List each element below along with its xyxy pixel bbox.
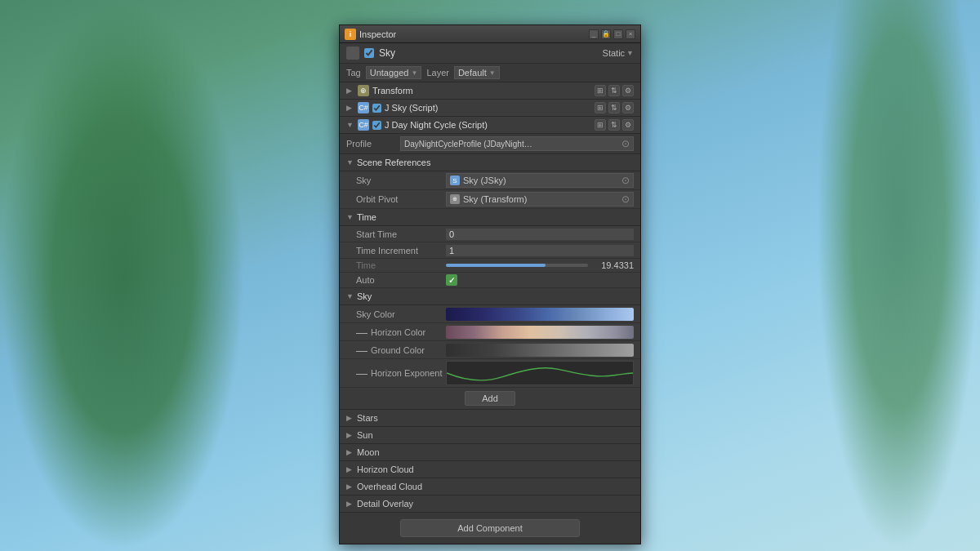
inspector-window: i Inspector _ 🔒 □ × Sky Static ▼ Tag Unt… [339, 24, 641, 544]
object-name: Sky [379, 47, 598, 59]
tag-value: Untagged [370, 68, 409, 78]
jsky-settings-1[interactable]: ⊞ [595, 102, 606, 113]
transform-settings-2[interactable]: ⇅ [608, 85, 620, 96]
maximize-button[interactable]: □ [613, 29, 623, 39]
horizon-cloud-title: Horizon Cloud [357, 464, 414, 474]
transform-settings-3[interactable]: ⚙ [622, 85, 634, 96]
close-button[interactable]: × [626, 29, 635, 39]
sun-arrow: ▶ [346, 431, 352, 439]
profile-row: Profile DayNightCycleProfile (JDayNightC… [340, 134, 640, 154]
tag-dropdown-icon: ▼ [411, 69, 417, 77]
stars-title: Stars [357, 413, 378, 423]
sky-section-header[interactable]: ▼ Sky [340, 288, 640, 305]
object-active-checkbox[interactable] [364, 48, 374, 58]
sky-color-bar[interactable] [446, 308, 634, 321]
overhead-cloud-arrow: ▶ [346, 482, 352, 491]
start-time-label: Start Time [356, 229, 446, 239]
sky-section-title: Sky [357, 291, 372, 301]
static-dropdown-arrow[interactable]: ▼ [626, 49, 634, 57]
add-button[interactable]: Add [465, 391, 515, 406]
sky-ref-input[interactable]: S Sky (JSky) ⊙ [446, 173, 634, 188]
orbit-ref-select[interactable]: ⊙ [621, 193, 630, 205]
tag-dropdown[interactable]: Untagged ▼ [366, 66, 422, 79]
time-slider-track[interactable] [446, 264, 588, 267]
jdnc-component-row[interactable]: ▼ C# J Day Night Cycle (Script) ⊞ ⇅ ⚙ [340, 117, 640, 134]
start-time-input[interactable] [446, 229, 634, 240]
time-section-arrow: ▼ [346, 213, 354, 221]
object-header: Sky Static ▼ [340, 43, 640, 64]
horizon-color-label: Horizon Color [371, 327, 425, 337]
auto-checkmark[interactable]: ✓ [446, 274, 457, 286]
horizon-dash: — [356, 326, 368, 339]
window-title: Inspector [359, 29, 586, 39]
add-button-row: Add [340, 388, 640, 410]
profile-value-ref[interactable]: DayNightCycleProfile (JDayNightCy... ⊙ [400, 136, 634, 151]
transform-icon: ⊕ [358, 85, 369, 96]
window-icon: i [345, 29, 356, 40]
horizon-color-label-area: — Horizon Color [356, 326, 446, 339]
jdnc-settings-1[interactable]: ⊞ [595, 119, 606, 131]
time-slider-fill [446, 264, 546, 267]
jsky-icon: C# [358, 102, 369, 113]
stars-section[interactable]: ▶ Stars [340, 410, 640, 427]
transform-component-row[interactable]: ▶ ⊕ Transform ⊞ ⇅ ⚙ [340, 82, 640, 100]
sky-ref-label: Sky [356, 176, 446, 185]
horizon-color-bar[interactable] [446, 326, 634, 339]
profile-label: Profile [346, 139, 395, 149]
jsky-settings-2[interactable]: ⇅ [608, 102, 620, 113]
jdnc-settings-3[interactable]: ⚙ [622, 119, 634, 131]
minimize-button[interactable]: _ [589, 29, 599, 39]
static-badge: Static ▼ [603, 48, 634, 58]
layer-value: Default [458, 68, 487, 78]
profile-select-icon[interactable]: ⊙ [621, 138, 630, 149]
scene-references-header[interactable]: ▼ Scene References [340, 154, 640, 171]
horizon-exp-dash: — [356, 367, 368, 380]
scene-references-title: Scene References [357, 158, 431, 167]
start-time-value-area [446, 229, 634, 240]
jsky-settings-3[interactable]: ⚙ [622, 102, 634, 113]
horizon-cloud-section[interactable]: ▶ Horizon Cloud [340, 461, 640, 478]
jdnc-settings-2[interactable]: ⇅ [608, 119, 620, 131]
start-time-row: Start Time [340, 226, 640, 242]
window-controls: _ 🔒 □ × [589, 29, 635, 39]
ground-color-bar[interactable] [446, 344, 634, 357]
detail-overlay-arrow: ▶ [346, 500, 352, 508]
sky-ref-value: Sky (JSky) [463, 176, 506, 185]
curve-svg [447, 362, 633, 384]
title-bar: i Inspector _ 🔒 □ × [340, 25, 640, 43]
jsky-component-row[interactable]: ▶ C# J Sky (Script) ⊞ ⇅ ⚙ [340, 100, 640, 117]
time-slider-label: Time [356, 260, 446, 270]
orbit-ref-input[interactable]: ⊕ Sky (Transform) ⊙ [446, 192, 634, 207]
sky-color-label: Sky Color [356, 309, 395, 319]
transform-settings-1[interactable]: ⊞ [595, 85, 606, 96]
orbit-ref-row: Orbit Pivot ⊕ Sky (Transform) ⊙ [340, 190, 640, 209]
sky-ref-select[interactable]: ⊙ [621, 175, 630, 186]
orbit-ref-icon: ⊕ [450, 194, 460, 204]
sky-ref-row: Sky S Sky (JSky) ⊙ [340, 171, 640, 190]
moon-section[interactable]: ▶ Moon [340, 444, 640, 461]
layer-dropdown[interactable]: Default ▼ [454, 66, 500, 79]
time-increment-input[interactable] [446, 245, 634, 256]
jsky-actions: ⊞ ⇅ ⚙ [595, 102, 634, 113]
horizon-color-row: — Horizon Color [340, 323, 640, 341]
time-section-header[interactable]: ▼ Time [340, 209, 640, 226]
sun-title: Sun [357, 430, 373, 440]
layer-label: Layer [426, 68, 449, 78]
tag-layer-row: Tag Untagged ▼ Layer Default ▼ [340, 64, 640, 82]
jdnc-checkbox[interactable] [372, 121, 381, 130]
horizon-exponent-row: — Horizon Exponent [340, 359, 640, 388]
jdnc-name: J Day Night Cycle (Script) [385, 120, 591, 130]
horizon-exponent-graph[interactable] [446, 361, 634, 385]
lock-button[interactable]: 🔒 [601, 29, 611, 39]
add-component-button[interactable]: Add Component [400, 519, 580, 537]
scene-references-arrow: ▼ [346, 158, 354, 167]
add-component-row: Add Component [340, 513, 640, 544]
orbit-ref-label: Orbit Pivot [356, 194, 446, 204]
orbit-ref-value: Sky (Transform) [463, 194, 527, 204]
detail-overlay-section[interactable]: ▶ Detail Overlay [340, 495, 640, 513]
overhead-cloud-section[interactable]: ▶ Overhead Cloud [340, 478, 640, 495]
sun-section[interactable]: ▶ Sun [340, 427, 640, 444]
time-slider-value: 19.4331 [593, 260, 634, 270]
jsky-checkbox[interactable] [372, 104, 381, 113]
jdnc-actions: ⊞ ⇅ ⚙ [595, 119, 634, 131]
